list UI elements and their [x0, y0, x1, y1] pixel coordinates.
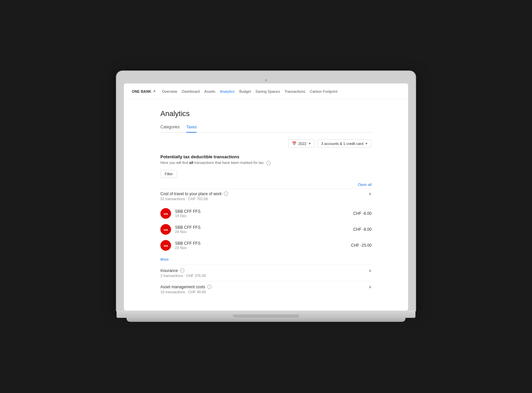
- laptop-foot: [127, 318, 405, 322]
- brand-arrow: ↗: [153, 89, 155, 93]
- year-filter-label: 2022: [298, 142, 306, 146]
- tab-taxes[interactable]: Taxes: [186, 125, 197, 133]
- section-info-icon[interactable]: i: [266, 161, 271, 165]
- transaction-name-0: SBB CFF FFS: [175, 209, 349, 214]
- svg-text:SBB: SBB: [163, 228, 168, 231]
- brand-name: ONE BANK: [132, 89, 151, 93]
- sbb-icon-1: SBB: [162, 226, 169, 233]
- screen: ONE BANK ↗ Overview Dashboard Assets Ana…: [124, 83, 408, 311]
- transaction-list-travel: SBB SBB CFF FFS 19 Dec CHF -6.00: [160, 203, 372, 255]
- category-travel-name: Cost of travel to your place of work i: [160, 192, 228, 196]
- tabs: Categories Taxes: [160, 125, 372, 133]
- nav-link-dashboard[interactable]: Dashboard: [182, 89, 200, 93]
- transaction-info-0: SBB CFF FFS 19 Dec: [175, 209, 349, 218]
- category-insurance-name: Insurance i: [160, 268, 206, 273]
- nav-link-analytics[interactable]: Analytics: [220, 89, 234, 93]
- category-asset-meta: 10 transactions · CHF 49.00: [160, 290, 212, 294]
- category-travel-info: Cost of travel to your place of work i 5…: [160, 192, 228, 201]
- svg-text:SBB: SBB: [163, 212, 168, 215]
- category-travel-chevron-icon: ∧: [369, 192, 372, 196]
- category-asset-name: Asset management costs i: [160, 285, 212, 289]
- nav-brand[interactable]: ONE BANK ↗: [132, 89, 155, 93]
- page-title: Analytics: [160, 109, 372, 118]
- app-container: ONE BANK ↗ Overview Dashboard Assets Ana…: [124, 83, 408, 311]
- section-title: Potentially tax deductible transactions: [160, 154, 372, 159]
- open-all-row: Open all: [160, 183, 372, 187]
- accounts-filter-label: 3 accounts & 1 credit card: [321, 142, 363, 146]
- sbb-logo-2: SBB: [160, 240, 171, 251]
- screen-bezel: ONE BANK ↗ Overview Dashboard Assets Ana…: [117, 71, 415, 311]
- nav-link-saving-spaces[interactable]: Saving Spaces: [255, 89, 280, 93]
- open-all-link[interactable]: Open all: [358, 183, 372, 187]
- category-asset-info-icon[interactable]: i: [207, 285, 212, 289]
- filters-row: 📅 2022 ▼ 3 accounts & 1 credit card ▼: [160, 139, 372, 148]
- transaction-date-1: 24 Nov: [175, 230, 349, 234]
- category-asset-chevron-icon: ∨: [369, 285, 372, 289]
- accounts-chevron-icon: ▼: [365, 142, 368, 145]
- table-row: SBB SBB CFF FFS 24 Nov CHF -8.00: [160, 221, 372, 237]
- nav-link-budget[interactable]: Budget: [239, 89, 251, 93]
- table-row: SBB SBB CFF FFS 19 Dec CHF -6.00: [160, 205, 372, 221]
- transaction-amount-1: CHF -8.00: [353, 227, 372, 232]
- calendar-icon: 📅: [292, 141, 297, 146]
- year-chevron-icon: ▼: [308, 142, 311, 145]
- category-insurance[interactable]: Insurance i 2 transactions · CHF 376.00 …: [160, 265, 372, 281]
- sbb-icon-2: SBB: [162, 242, 169, 249]
- category-travel-info-icon[interactable]: i: [224, 192, 228, 196]
- sbb-logo-0: SBB: [160, 208, 171, 219]
- accounts-filter[interactable]: 3 accounts & 1 credit card ▼: [317, 139, 372, 148]
- category-asset-management[interactable]: Asset management costs i 10 transactions…: [160, 281, 372, 297]
- subtitle-post: transactions that have been marked for t…: [193, 161, 265, 165]
- sbb-icon-0: SBB: [162, 210, 169, 217]
- category-asset-info: Asset management costs i 10 transactions…: [160, 285, 212, 294]
- category-insurance-meta: 2 transactions · CHF 376.00: [160, 274, 206, 278]
- laptop-base: [117, 311, 415, 318]
- transaction-info-2: SBB CFF FFS 23 Nov: [175, 241, 347, 250]
- category-travel-meta: 51 transactions · CHF 702.00: [160, 197, 228, 201]
- year-filter[interactable]: 📅 2022 ▼: [288, 139, 314, 148]
- nav-link-transactions[interactable]: Transactions: [285, 89, 306, 93]
- nav-bar: ONE BANK ↗ Overview Dashboard Assets Ana…: [124, 83, 408, 99]
- category-insurance-chevron-icon: ∨: [369, 268, 372, 273]
- transaction-name-1: SBB CFF FFS: [175, 225, 349, 230]
- transaction-amount-0: CHF -6.00: [353, 211, 372, 216]
- section-subtitle: Here you will find all transactions that…: [160, 161, 372, 165]
- laptop-container: ONE BANK ↗ Overview Dashboard Assets Ana…: [117, 71, 415, 322]
- nav-link-carbon[interactable]: Carbon Footprint: [310, 89, 337, 93]
- transaction-date-2: 23 Nov: [175, 246, 347, 250]
- nav-links: Overview Dashboard Assets Analytics Budg…: [162, 89, 337, 93]
- sbb-logo-1: SBB: [160, 224, 171, 235]
- category-travel-header[interactable]: Cost of travel to your place of work i 5…: [160, 189, 372, 203]
- category-insurance-info: Insurance i 2 transactions · CHF 376.00: [160, 268, 206, 278]
- table-row: SBB SBB CFF FFS 23 Nov CHF -25.00: [160, 237, 372, 253]
- camera-bar: [124, 77, 408, 83]
- transaction-amount-2: CHF -25.00: [351, 243, 372, 248]
- transaction-name-2: SBB CFF FFS: [175, 241, 347, 246]
- nav-link-assets[interactable]: Assets: [204, 89, 215, 93]
- transaction-info-1: SBB CFF FFS 24 Nov: [175, 225, 349, 234]
- more-link-travel[interactable]: More: [160, 255, 372, 265]
- transaction-date-0: 19 Dec: [175, 214, 349, 218]
- category-travel: Cost of travel to your place of work i 5…: [160, 189, 372, 265]
- nav-link-overview[interactable]: Overview: [162, 89, 177, 93]
- page-content: Analytics Categories Taxes 📅 2022 ▼: [124, 99, 408, 311]
- filter-button[interactable]: Filter: [160, 170, 177, 178]
- category-insurance-info-icon[interactable]: i: [180, 268, 184, 273]
- camera: [265, 79, 267, 81]
- subtitle-pre: Here you will find: [160, 161, 189, 165]
- svg-text:SBB: SBB: [163, 244, 168, 247]
- subtitle-highlight: all: [189, 161, 193, 165]
- tab-categories[interactable]: Categories: [160, 125, 180, 133]
